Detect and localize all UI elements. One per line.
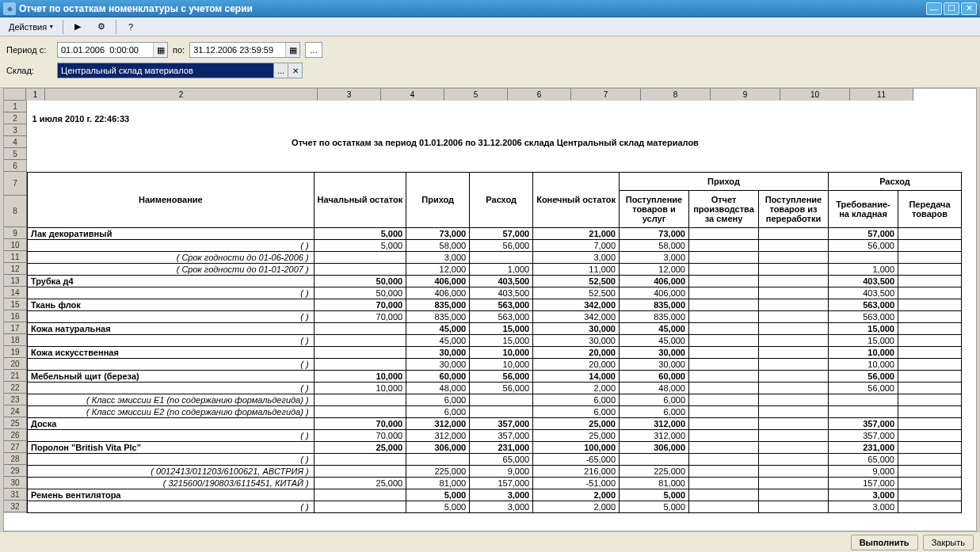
cell-value: 6,000 (406, 405, 470, 417)
row-headers: 1234567891011121314151617181920212223242… (4, 101, 27, 513)
row-header[interactable]: 14 (4, 287, 26, 299)
period-from-input[interactable] (58, 45, 153, 55)
col-header[interactable]: 7 (571, 89, 641, 101)
table-row[interactable]: ( Класс эмиссии Е2 (по содержанию формал… (28, 405, 962, 417)
col-header[interactable]: 11 (850, 89, 913, 101)
cell-value: 231,000 (829, 441, 898, 453)
table-row[interactable]: Поролон "British Vita Plc"25,000306,0002… (28, 441, 962, 453)
table-row[interactable]: Трубка д450,000406,000403,50052,500406,0… (28, 275, 962, 287)
table-row[interactable]: ( )65,000-65,00065,000 (28, 453, 962, 465)
col-header[interactable]: 4 (381, 89, 444, 101)
row-header[interactable]: 24 (4, 405, 26, 417)
cell-value: 342,000 (533, 310, 620, 322)
hdr-name: Наименование (28, 172, 315, 227)
warehouse-open-button[interactable]: ... (273, 63, 288, 78)
row-header[interactable]: 32 (4, 501, 26, 512)
col-header[interactable]: 5 (444, 89, 508, 101)
table-row[interactable]: ( )5,00058,00056,0007,00058,00056,000 (28, 239, 962, 251)
table-row[interactable]: ( Класс эмиссии Е1 (по содержанию формал… (28, 394, 962, 405)
row-header[interactable]: 11 (4, 251, 26, 263)
row-header[interactable]: 1 (4, 101, 26, 112)
row-header[interactable]: 6 (4, 160, 26, 172)
table-row[interactable]: ( Срок годности до 01-06-2006 )3,0003,00… (28, 251, 962, 263)
warehouse-clear-button[interactable]: ✕ (288, 63, 302, 78)
row-header[interactable]: 23 (4, 394, 26, 405)
table-row[interactable]: ( )30,00010,00020,00030,00010,000 (28, 358, 962, 370)
table-row[interactable]: ( )10,00048,00056,0002,00048,00056,000 (28, 382, 962, 394)
row-header[interactable]: 9 (4, 227, 26, 239)
row-header[interactable]: 12 (4, 263, 26, 275)
row-header[interactable]: 15 (4, 299, 26, 310)
minimize-button[interactable]: — (926, 2, 942, 15)
col-header[interactable]: 6 (508, 89, 571, 101)
cell-value: 9,000 (470, 465, 533, 477)
close-window-button[interactable]: Закрыть (923, 535, 974, 550)
run-button[interactable]: Выполнить (851, 535, 918, 550)
cell-value: 312,000 (620, 417, 689, 429)
row-header[interactable]: 29 (4, 465, 26, 477)
refresh-button[interactable]: ▶ (67, 19, 89, 35)
warehouse-select[interactable]: Центральный склад материалов ... ✕ (57, 63, 303, 78)
row-header[interactable]: 3 (4, 124, 26, 136)
table-row[interactable]: Ремень вентилятора5,0003,0002,0005,0003,… (28, 489, 962, 501)
table-row[interactable]: Доска70,000312,000357,00025,000312,00035… (28, 417, 962, 429)
warehouse-label: Склад: (6, 66, 52, 75)
period-picker-button[interactable]: ... (305, 42, 322, 58)
col-header[interactable]: 3 (318, 89, 381, 101)
row-header[interactable]: 10 (4, 239, 26, 251)
period-to-input[interactable] (190, 45, 285, 55)
table-row[interactable]: ( )70,000312,000357,00025,000312,000357,… (28, 429, 962, 441)
row-header[interactable]: 30 (4, 477, 26, 489)
row-header[interactable]: 16 (4, 310, 26, 322)
cell-value: 835,000 (406, 310, 470, 322)
cell-value (898, 477, 962, 489)
settings-button[interactable]: ⚙ (90, 19, 112, 35)
table-row[interactable]: Кожа искусственная30,00010,00020,00030,0… (28, 346, 962, 358)
col-header[interactable]: 10 (780, 89, 850, 101)
col-header[interactable]: 8 (641, 89, 711, 101)
row-header[interactable]: 20 (4, 358, 26, 370)
table-row[interactable]: Кожа натуральная45,00015,00030,00045,000… (28, 322, 962, 334)
period-to-calendar-button[interactable]: ▦ (285, 43, 299, 57)
row-header[interactable]: 31 (4, 489, 26, 501)
table-row[interactable]: ( 0012413/011203/6100621, АВСТРИЯ )225,0… (28, 465, 962, 477)
table-row[interactable]: ( )70,000835,000563,000342,000835,000563… (28, 310, 962, 322)
maximize-button[interactable]: ☐ (944, 2, 959, 15)
row-header[interactable]: 19 (4, 346, 26, 358)
row-header[interactable]: 7 (4, 172, 26, 196)
row-header[interactable]: 21 (4, 370, 26, 382)
row-header[interactable]: 22 (4, 382, 26, 394)
row-header[interactable]: 5 (4, 148, 26, 160)
spreadsheet-area[interactable]: 1234567891011 12345678910111213141516171… (3, 88, 977, 531)
row-header[interactable]: 25 (4, 417, 26, 429)
col-header[interactable]: 1 (26, 89, 45, 101)
table-row[interactable]: Ткань флок70,000835,000563,000342,000835… (28, 299, 962, 310)
actions-menu[interactable]: Действия▼ (3, 20, 59, 34)
period-from-calendar-button[interactable]: ▦ (153, 43, 167, 57)
cell-value (689, 465, 759, 477)
row-header[interactable]: 18 (4, 334, 26, 346)
table-row[interactable]: ( )5,0003,0002,0005,0003,000 (28, 501, 962, 512)
col-header[interactable]: 9 (711, 89, 780, 101)
row-header[interactable]: 13 (4, 275, 26, 287)
row-header[interactable]: 8 (4, 196, 26, 227)
cell-value (689, 382, 759, 394)
col-header[interactable]: 2 (45, 89, 318, 101)
table-row[interactable]: ( )45,00015,00030,00045,00015,000 (28, 334, 962, 346)
row-header[interactable]: 26 (4, 429, 26, 441)
cell-value: 45,000 (406, 334, 470, 346)
row-header[interactable]: 17 (4, 322, 26, 334)
table-row[interactable]: ( Срок годности до 01-01-2007 )12,0001,0… (28, 263, 962, 275)
table-row[interactable]: Лак декоративный5,00073,00057,00021,0007… (28, 227, 962, 239)
table-row[interactable]: ( )50,000406,000403,50052,500406,000403,… (28, 287, 962, 299)
help-button[interactable]: ? (120, 19, 142, 35)
row-header[interactable]: 4 (4, 136, 26, 148)
row-header[interactable]: 28 (4, 453, 26, 465)
row-header[interactable]: 27 (4, 441, 26, 453)
cell-value: 70,000 (314, 417, 406, 429)
row-header[interactable]: 2 (4, 112, 26, 124)
table-row[interactable]: Мебельный щит (береза)10,00060,00056,000… (28, 370, 962, 382)
footer-bar: Выполнить Закрыть (0, 531, 980, 552)
table-row[interactable]: ( 3215600/190803/6115451, КИТАЙ )25,0008… (28, 477, 962, 489)
close-button[interactable]: ✕ (961, 2, 977, 15)
